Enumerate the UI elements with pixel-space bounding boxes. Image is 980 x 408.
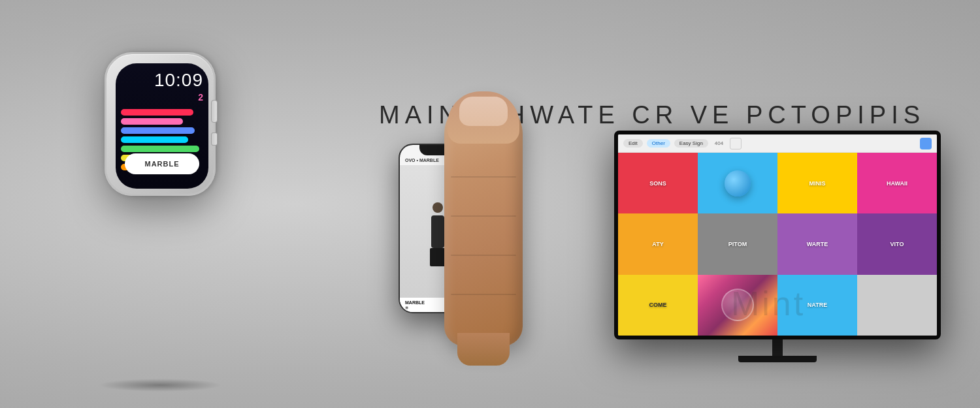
cell-label-hawaii: HAWAII — [887, 180, 907, 187]
tv-cell-icon[interactable] — [698, 153, 777, 213]
tv-stand-base — [738, 356, 817, 362]
finger-stub — [457, 333, 510, 366]
watch-side-button — [211, 133, 218, 146]
tv-cell-vito[interactable]: VITO — [857, 213, 937, 274]
cell-label-aty: ATY — [652, 241, 663, 247]
finger-wrinkle-4 — [451, 294, 516, 295]
watch-body: 10:09 2 MARBLE — [105, 52, 216, 196]
tv-monitor: Edit Other Easy Sign 404 SONS MINIS — [614, 131, 941, 366]
watch-date: 2 — [121, 92, 203, 102]
tv-cell-hawaii[interactable]: HAWAII — [857, 153, 937, 213]
tv-cell-warte[interactable]: WARTE — [777, 213, 857, 274]
activity-bar-pink — [121, 118, 183, 125]
finger-tip — [448, 91, 519, 144]
watch-strap-bottom — [114, 202, 206, 385]
watch-crown — [211, 100, 218, 123]
watch-action-button[interactable]: MARBLE — [125, 153, 199, 174]
cell-label-minis: MINIS — [809, 180, 825, 187]
cell-label-come: COME — [649, 302, 667, 308]
finger-wrinkle-1 — [451, 176, 516, 178]
tv-stand — [614, 339, 941, 362]
activity-bar-cyan — [121, 136, 188, 143]
figure-body — [431, 215, 444, 248]
tv-orb-icon — [725, 170, 751, 196]
tv-menu-bar: Edit Other Easy Sign 404 — [618, 134, 937, 153]
tv-cell-empty — [857, 275, 937, 336]
finger-shape — [444, 98, 523, 346]
cell-label-sons: SONS — [649, 180, 666, 187]
watch-screen: 10:09 2 MARBLE — [116, 63, 208, 189]
tv-stand-neck — [772, 339, 783, 356]
activity-bar-blue — [121, 127, 195, 134]
activity-bar-green — [121, 146, 199, 152]
watch-button-label: MARBLE — [144, 160, 179, 168]
cell-label-warte: WARTE — [807, 241, 828, 247]
cell-label-natre: NATRE — [808, 302, 827, 308]
tv-cell-aty[interactable]: ATY — [618, 213, 698, 274]
finger-wrinkle-3 — [451, 255, 516, 256]
mint-label: Mint — [731, 284, 806, 323]
finger — [444, 98, 562, 359]
watch-screen-content: 10:09 2 MARBLE — [116, 63, 208, 189]
tab-other[interactable]: Other — [647, 139, 670, 148]
activity-bar-red — [121, 109, 193, 116]
figure-legs — [430, 248, 446, 266]
watch-shadow — [98, 379, 222, 392]
finger-nail — [459, 97, 508, 126]
figure-head — [433, 202, 443, 213]
tab-edit[interactable]: Edit — [623, 139, 643, 148]
watch-time: 10:09 — [121, 70, 203, 91]
cell-label-pitom: PITOM — [728, 241, 747, 247]
tv-cell-sons[interactable]: SONS — [618, 153, 698, 213]
tv-tab-label: 404 — [715, 140, 723, 146]
tv-cell-pitom[interactable]: PITOM — [698, 213, 777, 274]
tv-window-icon[interactable] — [730, 138, 742, 149]
finger-wrinkle-2 — [451, 215, 516, 217]
cell-label-vito: VITO — [890, 241, 904, 247]
tv-app-icon — [920, 138, 932, 149]
apple-watch: 10:09 2 MARBLE — [85, 20, 235, 385]
tv-cell-come[interactable]: COME — [618, 275, 698, 336]
tab-easy-sign[interactable]: Easy Sign — [674, 139, 708, 148]
tv-cell-minis[interactable]: MINIS — [777, 153, 857, 213]
